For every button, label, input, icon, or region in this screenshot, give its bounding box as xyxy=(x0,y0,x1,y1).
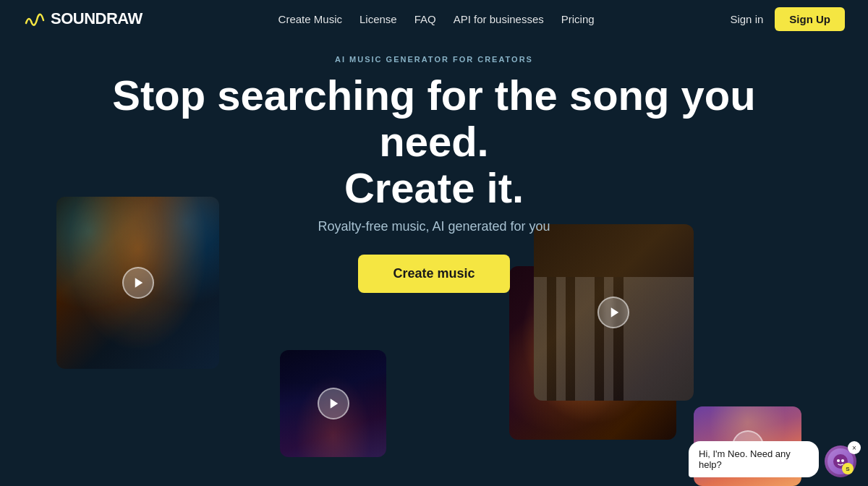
nav-right: Sign in Sign Up xyxy=(730,7,845,31)
nav-create-music[interactable]: Create Music xyxy=(278,13,342,25)
svg-point-9 xyxy=(841,459,844,462)
nav-links: Create Music License FAQ API for busines… xyxy=(278,13,595,25)
logo-icon xyxy=(23,7,46,30)
svg-point-8 xyxy=(837,459,840,462)
nav-pricing[interactable]: Pricing xyxy=(561,13,595,25)
chat-bubble: Hi, I'm Neo. Need any help? xyxy=(689,441,819,477)
chat-close-button[interactable]: × xyxy=(848,441,861,454)
hero-title-line2: Create it. xyxy=(344,164,524,211)
play-button-2[interactable] xyxy=(318,388,349,419)
play-button-5[interactable] xyxy=(597,297,629,328)
hero-title: Stop searching for the song you need. Cr… xyxy=(109,72,760,210)
sign-up-button[interactable]: Sign Up xyxy=(775,7,845,31)
chat-avatar[interactable]: × S xyxy=(825,446,856,477)
logo[interactable]: SOUNDRAW xyxy=(23,7,142,30)
nav-faq[interactable]: FAQ xyxy=(414,13,436,25)
hero-section: AI MUSIC GENERATOR FOR CREATORS Stop sea… xyxy=(0,38,868,293)
gallery-item-city[interactable] xyxy=(280,350,386,457)
play-icon-2 xyxy=(328,397,341,410)
chatbot-widget: Hi, I'm Neo. Need any help? × S xyxy=(677,432,868,486)
svg-marker-2 xyxy=(331,398,339,409)
logo-text: SOUNDRAW xyxy=(51,9,142,28)
play-overlay-2 xyxy=(280,350,386,457)
nav-license[interactable]: License xyxy=(359,13,397,25)
play-icon-5 xyxy=(608,306,621,319)
navbar: SOUNDRAW Create Music License FAQ API fo… xyxy=(0,0,868,38)
create-music-button[interactable]: Create music xyxy=(358,255,509,293)
nav-api[interactable]: API for businesses xyxy=(454,13,544,25)
soundraw-badge-icon: S xyxy=(842,463,854,474)
hero-subtitle: Royalty-free music, AI generated for you xyxy=(0,219,868,234)
sign-in-link[interactable]: Sign in xyxy=(730,13,763,25)
hero-title-line1: Stop searching for the song you need. xyxy=(112,72,755,165)
svg-marker-5 xyxy=(611,307,619,317)
hero-badge: AI MUSIC GENERATOR FOR CREATORS xyxy=(0,55,868,64)
